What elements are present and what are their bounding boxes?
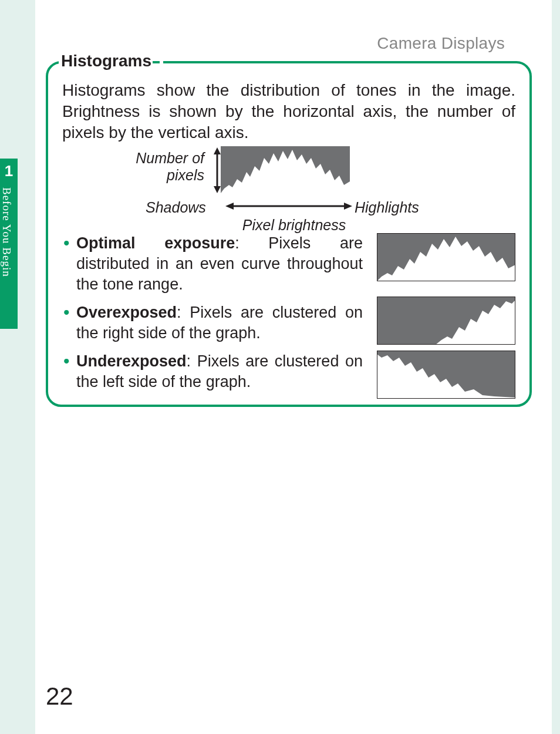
histogram-main-icon bbox=[221, 146, 350, 193]
title-rule-icon bbox=[153, 61, 160, 63]
exposure-list: Optimal exposure: Pixels are distributed… bbox=[62, 233, 515, 392]
svg-marker-4 bbox=[225, 203, 234, 210]
histogram-overexposed-icon bbox=[377, 297, 515, 345]
svg-marker-1 bbox=[214, 147, 221, 154]
shadows-label: Shadows bbox=[146, 199, 206, 216]
chapter-tab: 1 Before You Begin bbox=[0, 159, 18, 329]
term: Overexposed bbox=[76, 304, 177, 321]
histogram-optimal-icon bbox=[377, 233, 515, 281]
highlights-label: Highlights bbox=[355, 199, 419, 216]
histogram-diagram: Number of pixels Shadows Highlights Pixe… bbox=[62, 146, 515, 228]
info-box-title: Histograms bbox=[59, 52, 163, 70]
yaxis-label: Number of pixels bbox=[104, 150, 204, 184]
svg-marker-2 bbox=[214, 186, 221, 193]
info-box-title-text: Histograms bbox=[61, 52, 151, 70]
horizontal-arrow-icon bbox=[225, 201, 352, 211]
page-number: 22 bbox=[46, 682, 73, 711]
chapter-number: 1 bbox=[0, 162, 18, 180]
term: Optimal exposure bbox=[76, 234, 235, 252]
info-box-histograms: Histograms Histograms show the distribut… bbox=[46, 61, 532, 407]
term: Underexposed bbox=[76, 352, 187, 370]
intro-text: Histograms show the distribution of tone… bbox=[62, 80, 515, 143]
page: Camera Displays Histograms Histograms sh… bbox=[35, 0, 552, 734]
section-header: Camera Displays bbox=[377, 34, 505, 53]
svg-marker-5 bbox=[344, 203, 352, 210]
histogram-underexposed-icon bbox=[377, 351, 515, 399]
chapter-title: Before You Begin bbox=[0, 187, 13, 277]
xaxis-label: Pixel brightness bbox=[232, 217, 356, 234]
